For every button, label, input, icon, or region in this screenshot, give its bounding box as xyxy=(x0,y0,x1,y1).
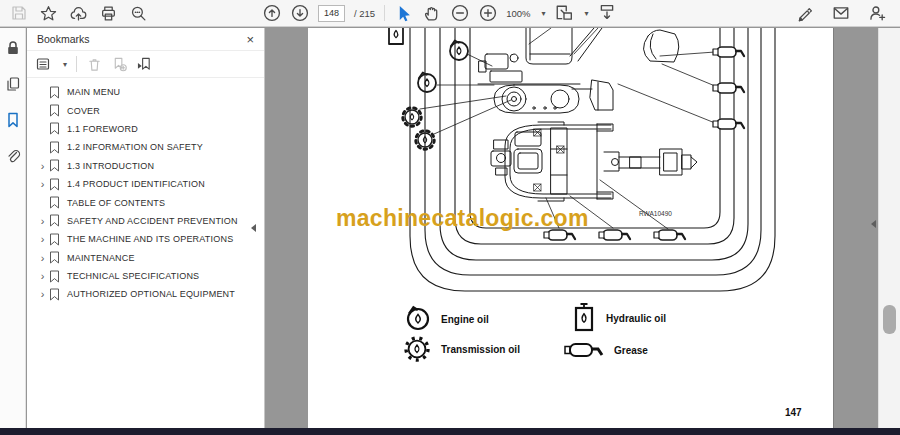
expand-chevron-icon[interactable]: › xyxy=(36,161,49,171)
page-thumbnails-icon[interactable] xyxy=(4,75,21,92)
bookmark-label: 1.4 PRODUCT IDENTIFICATION xyxy=(67,179,205,189)
bookmark-icon xyxy=(49,122,60,135)
bookmark-item-table-of-contents[interactable]: › TABLE OF CONTENTS xyxy=(27,193,264,211)
scrollbar-thumb[interactable] xyxy=(883,305,896,334)
delete-bookmark-icon[interactable] xyxy=(86,56,102,72)
hydraulic-oil-symbol xyxy=(389,28,403,44)
bookmark-icon xyxy=(49,196,60,209)
bookmark-label: 1.1 FOREWORD xyxy=(67,124,138,134)
bookmark-item-product-identification[interactable]: › 1.4 PRODUCT IDENTIFICATION xyxy=(27,175,264,193)
legend-engine-oil: Engine oil xyxy=(404,304,489,334)
circuit-loop-lines xyxy=(410,28,775,291)
bookmark-item-introduction[interactable]: › 1.3 INTRODUCTION xyxy=(27,157,264,175)
star-favorite-icon[interactable] xyxy=(39,4,58,23)
zoom-in-icon[interactable] xyxy=(478,4,497,23)
engine-oil-symbol xyxy=(450,40,468,60)
transmission-oil-icon xyxy=(402,334,432,364)
print-icon[interactable] xyxy=(99,4,118,23)
bookmark-item-safety-prevention[interactable]: › SAFETY AND ACCIDENT PREVENTION xyxy=(27,212,264,230)
bookmark-item-optional-equipment[interactable]: › AUTHORIZED OPTIONAL EQUIPMENT xyxy=(27,285,264,303)
expand-chevron-icon[interactable]: › xyxy=(36,216,49,226)
protection-lock-icon[interactable] xyxy=(4,39,21,56)
bookmark-item-foreword[interactable]: › 1.1 FOREWORD xyxy=(27,120,264,138)
bookmarks-panel: Bookmarks × ▾ › MAIN MENU › COVER › 1.1 … xyxy=(27,28,265,428)
engine-oil-symbol xyxy=(418,72,436,92)
toolbar-divider xyxy=(384,5,385,21)
save-icon[interactable] xyxy=(9,4,28,23)
expand-chevron-icon[interactable]: › xyxy=(36,289,49,299)
bookmark-icon xyxy=(49,270,60,283)
attachments-icon[interactable] xyxy=(4,147,21,164)
legend-label: Transmission oil xyxy=(441,344,520,355)
bookmark-item-cover[interactable]: › COVER xyxy=(27,101,264,119)
bookmark-label: MAINTENANCE xyxy=(67,253,135,263)
bookmark-label: 1.3 INTRODUCTION xyxy=(67,161,154,171)
panel-title: Bookmarks xyxy=(37,33,90,45)
scroll-mode-icon[interactable] xyxy=(597,4,616,23)
close-panel-icon[interactable]: × xyxy=(246,33,254,46)
bookmark-item-technical-specifications[interactable]: › TECHNICAL SPECIFICATIONS xyxy=(27,267,264,285)
hand-tool-icon[interactable] xyxy=(422,4,441,23)
collapse-panel-arrow-icon[interactable] xyxy=(251,224,256,232)
previous-page-button[interactable] xyxy=(262,4,281,23)
legend-label: Engine oil xyxy=(441,314,489,325)
expand-chevron-icon[interactable]: › xyxy=(36,179,49,189)
email-icon[interactable] xyxy=(831,4,850,23)
bookmark-icon xyxy=(49,178,60,191)
bookmark-options-icon[interactable] xyxy=(36,56,52,72)
zoom-level-label[interactable]: 100% xyxy=(506,8,530,19)
grease-symbol xyxy=(654,230,685,240)
bookmarks-toolbar: ▾ xyxy=(27,51,264,78)
bookmark-label: 1.2 INFORMATION ON SAFETY xyxy=(67,142,203,152)
bookmark-item-machine-operations[interactable]: › THE MACHINE AND ITS OPERATIONS xyxy=(27,230,264,248)
share-person-icon[interactable] xyxy=(867,4,886,23)
collapse-tools-arrow-icon[interactable] xyxy=(871,220,876,228)
fill-sign-icon[interactable] xyxy=(795,4,814,23)
expand-chevron-icon[interactable]: › xyxy=(36,253,49,263)
expand-current-bookmark-icon[interactable] xyxy=(136,56,152,72)
grease-symbol xyxy=(599,230,630,240)
vertical-scrollbar[interactable] xyxy=(878,28,900,428)
engine-oil-icon xyxy=(404,304,432,334)
new-bookmark-icon[interactable] xyxy=(111,56,127,72)
bookmark-icon xyxy=(49,86,60,99)
zoom-dropdown-caret-icon[interactable]: ▾ xyxy=(541,9,545,18)
bookmarks-panel-icon[interactable] xyxy=(4,111,21,128)
bookmark-icon xyxy=(49,251,60,264)
bookmarks-toolbar-divider xyxy=(76,56,77,72)
excavator-side-view xyxy=(478,28,679,113)
legend-hydraulic-oil: Hydraulic oil xyxy=(571,301,666,335)
share-cloud-icon[interactable] xyxy=(69,4,88,23)
expand-chevron-icon[interactable]: › xyxy=(36,271,49,281)
bookmark-item-main-menu[interactable]: › MAIN MENU xyxy=(27,83,264,101)
bookmark-item-maintenance[interactable]: › MAINTENANCE xyxy=(27,249,264,267)
select-tool-icon[interactable] xyxy=(394,4,413,23)
next-page-button[interactable] xyxy=(290,4,309,23)
page-fit-icon[interactable] xyxy=(554,4,573,23)
bookmark-label: COVER xyxy=(67,106,100,116)
bookmark-icon xyxy=(49,141,60,154)
grease-icon xyxy=(563,339,605,361)
bookmark-icon xyxy=(49,104,60,117)
page-number: 147 xyxy=(785,407,802,418)
expand-chevron-icon[interactable]: › xyxy=(36,234,49,244)
excavator-top-view xyxy=(491,122,697,201)
bookmark-label: TABLE OF CONTENTS xyxy=(67,198,165,208)
bookmark-label: TECHNICAL SPECIFICATIONS xyxy=(67,271,199,281)
taskbar-strip xyxy=(0,428,900,435)
page-number-input[interactable] xyxy=(318,5,345,22)
main-toolbar: / 215 100% ▾ ▾ xyxy=(0,0,900,27)
bookmark-icon xyxy=(49,159,60,172)
bookmark-options-caret-icon[interactable]: ▾ xyxy=(63,60,67,69)
document-area: machinecatalogic.com RWA10490 Engine oil… xyxy=(266,28,900,428)
bookmark-icon xyxy=(49,288,60,301)
bookmark-icon xyxy=(49,214,60,227)
zoom-out-icon[interactable] xyxy=(450,4,469,23)
legend-grease: Grease xyxy=(563,339,648,361)
page-fit-caret-icon[interactable]: ▾ xyxy=(584,9,588,18)
bookmark-label: SAFETY AND ACCIDENT PREVENTION xyxy=(67,216,238,226)
search-icon[interactable] xyxy=(129,4,148,23)
bookmark-item-information-on-safety[interactable]: › 1.2 INFORMATION ON SAFETY xyxy=(27,138,264,156)
grease-symbol xyxy=(713,83,744,93)
bookmark-label: THE MACHINE AND ITS OPERATIONS xyxy=(67,234,233,244)
